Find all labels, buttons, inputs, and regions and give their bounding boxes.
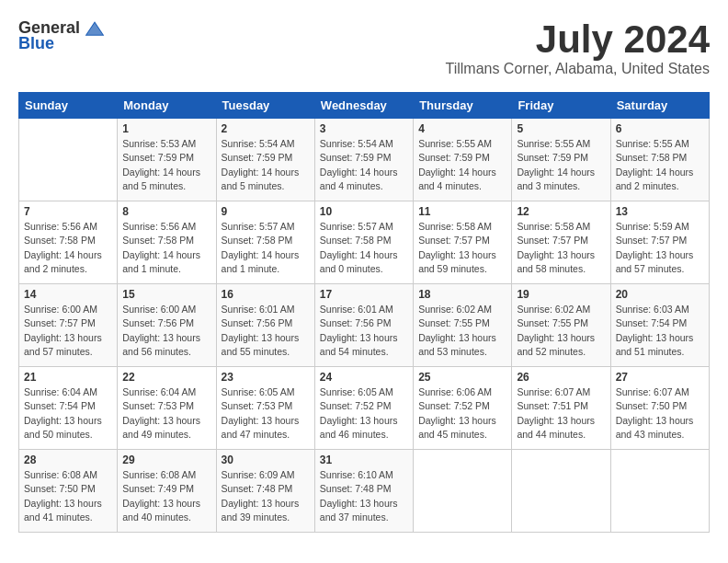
logo: General Blue: [18, 18, 108, 53]
day-info: Sunrise: 6:04 AM Sunset: 7:53 PM Dayligh…: [122, 385, 210, 442]
day-number: 9: [222, 205, 310, 218]
calendar-day-cell: 27Sunrise: 6:07 AM Sunset: 7:50 PM Dayli…: [610, 367, 709, 450]
day-number: 2: [222, 122, 310, 135]
day-number: 23: [222, 371, 310, 384]
day-info: Sunrise: 6:07 AM Sunset: 7:50 PM Dayligh…: [616, 385, 704, 442]
calendar-week-row: 7Sunrise: 5:56 AM Sunset: 7:58 PM Daylig…: [19, 201, 710, 284]
day-number: 27: [616, 371, 704, 384]
calendar-day-cell: 2Sunrise: 5:54 AM Sunset: 7:59 PM Daylig…: [216, 119, 314, 201]
calendar-day-cell: 23Sunrise: 6:05 AM Sunset: 7:53 PM Dayli…: [216, 367, 314, 450]
calendar-day-cell: 19Sunrise: 6:02 AM Sunset: 7:55 PM Dayli…: [512, 284, 610, 367]
calendar-day-cell: 26Sunrise: 6:07 AM Sunset: 7:51 PM Dayli…: [512, 367, 610, 450]
location-title: Tillmans Corner, Alabama, United States: [445, 61, 710, 77]
day-number: 29: [122, 454, 210, 466]
calendar-week-row: 28Sunrise: 6:08 AM Sunset: 7:50 PM Dayli…: [19, 450, 710, 533]
day-info: Sunrise: 5:54 AM Sunset: 7:59 PM Dayligh…: [222, 137, 310, 193]
day-number: 28: [24, 454, 112, 466]
svg-marker-1: [86, 23, 102, 35]
day-info: Sunrise: 6:05 AM Sunset: 7:52 PM Dayligh…: [320, 385, 408, 442]
day-info: Sunrise: 5:57 AM Sunset: 7:58 PM Dayligh…: [320, 220, 408, 276]
calendar-day-cell: 3Sunrise: 5:54 AM Sunset: 7:59 PM Daylig…: [314, 119, 413, 201]
day-number: 17: [320, 288, 408, 301]
day-info: Sunrise: 6:05 AM Sunset: 7:53 PM Dayligh…: [222, 385, 310, 442]
day-info: Sunrise: 6:01 AM Sunset: 7:56 PM Dayligh…: [320, 303, 408, 359]
day-info: Sunrise: 5:54 AM Sunset: 7:59 PM Dayligh…: [320, 137, 408, 193]
page-header: General Blue July 2024 Tillmans Corner, …: [18, 18, 710, 77]
day-info: Sunrise: 6:00 AM Sunset: 7:57 PM Dayligh…: [24, 303, 112, 359]
calendar-header-cell: Tuesday: [216, 93, 314, 119]
calendar-day-cell: [414, 450, 512, 533]
day-number: 13: [616, 205, 704, 218]
day-number: 10: [320, 205, 408, 218]
calendar-day-cell: 11Sunrise: 5:58 AM Sunset: 7:57 PM Dayli…: [414, 201, 512, 284]
calendar-day-cell: [19, 119, 118, 201]
calendar-day-cell: 21Sunrise: 6:04 AM Sunset: 7:54 PM Dayli…: [19, 367, 118, 450]
calendar-day-cell: 10Sunrise: 5:57 AM Sunset: 7:58 PM Dayli…: [314, 201, 413, 284]
day-info: Sunrise: 6:03 AM Sunset: 7:54 PM Dayligh…: [616, 303, 704, 359]
calendar-day-cell: 16Sunrise: 6:01 AM Sunset: 7:56 PM Dayli…: [216, 284, 314, 367]
day-info: Sunrise: 5:55 AM Sunset: 7:59 PM Dayligh…: [517, 137, 605, 193]
logo-icon: [84, 19, 106, 38]
day-info: Sunrise: 6:00 AM Sunset: 7:56 PM Dayligh…: [122, 303, 210, 359]
calendar-day-cell: 30Sunrise: 6:09 AM Sunset: 7:48 PM Dayli…: [216, 450, 314, 533]
calendar-header-cell: Saturday: [610, 93, 709, 119]
calendar-week-row: 1Sunrise: 5:53 AM Sunset: 7:59 PM Daylig…: [19, 119, 710, 201]
day-info: Sunrise: 5:58 AM Sunset: 7:57 PM Dayligh…: [517, 220, 605, 276]
day-number: 14: [24, 288, 112, 301]
calendar-day-cell: [512, 450, 610, 533]
day-number: 30: [222, 454, 310, 466]
day-number: 19: [517, 288, 605, 301]
day-info: Sunrise: 5:55 AM Sunset: 7:59 PM Dayligh…: [418, 137, 506, 193]
calendar-header-cell: Wednesday: [314, 93, 413, 119]
calendar-week-row: 21Sunrise: 6:04 AM Sunset: 7:54 PM Dayli…: [19, 367, 710, 450]
day-info: Sunrise: 6:02 AM Sunset: 7:55 PM Dayligh…: [517, 303, 605, 359]
calendar-day-cell: 29Sunrise: 6:08 AM Sunset: 7:49 PM Dayli…: [118, 450, 216, 533]
calendar-week-row: 14Sunrise: 6:00 AM Sunset: 7:57 PM Dayli…: [19, 284, 710, 367]
calendar-table: SundayMondayTuesdayWednesdayThursdayFrid…: [18, 92, 710, 533]
day-info: Sunrise: 5:53 AM Sunset: 7:59 PM Dayligh…: [122, 137, 210, 193]
calendar-header-cell: Monday: [118, 93, 216, 119]
day-info: Sunrise: 6:01 AM Sunset: 7:56 PM Dayligh…: [222, 303, 310, 359]
calendar-header-cell: Sunday: [19, 93, 118, 119]
day-info: Sunrise: 5:55 AM Sunset: 7:58 PM Dayligh…: [616, 137, 704, 193]
calendar-day-cell: 1Sunrise: 5:53 AM Sunset: 7:59 PM Daylig…: [118, 119, 216, 201]
calendar-day-cell: [610, 450, 709, 533]
day-info: Sunrise: 6:02 AM Sunset: 7:55 PM Dayligh…: [418, 303, 506, 359]
day-number: 6: [616, 122, 704, 135]
day-number: 25: [418, 371, 506, 384]
day-number: 31: [320, 454, 408, 466]
day-info: Sunrise: 6:06 AM Sunset: 7:52 PM Dayligh…: [418, 385, 506, 442]
title-block: July 2024 Tillmans Corner, Alabama, Unit…: [445, 18, 710, 77]
calendar-day-cell: 7Sunrise: 5:56 AM Sunset: 7:58 PM Daylig…: [19, 201, 118, 284]
day-number: 5: [517, 122, 605, 135]
calendar-day-cell: 6Sunrise: 5:55 AM Sunset: 7:58 PM Daylig…: [610, 119, 709, 201]
logo-blue: Blue: [18, 34, 54, 53]
day-info: Sunrise: 5:57 AM Sunset: 7:58 PM Dayligh…: [222, 220, 310, 276]
calendar-day-cell: 9Sunrise: 5:57 AM Sunset: 7:58 PM Daylig…: [216, 201, 314, 284]
day-info: Sunrise: 6:04 AM Sunset: 7:54 PM Dayligh…: [24, 385, 112, 442]
calendar-day-cell: 5Sunrise: 5:55 AM Sunset: 7:59 PM Daylig…: [512, 119, 610, 201]
calendar-day-cell: 17Sunrise: 6:01 AM Sunset: 7:56 PM Dayli…: [314, 284, 413, 367]
day-number: 3: [320, 122, 408, 135]
day-number: 1: [122, 122, 210, 135]
day-info: Sunrise: 5:56 AM Sunset: 7:58 PM Dayligh…: [24, 220, 112, 276]
day-number: 20: [616, 288, 704, 301]
day-number: 21: [24, 371, 112, 384]
day-number: 7: [24, 205, 112, 218]
calendar-day-cell: 4Sunrise: 5:55 AM Sunset: 7:59 PM Daylig…: [414, 119, 512, 201]
calendar-day-cell: 25Sunrise: 6:06 AM Sunset: 7:52 PM Dayli…: [414, 367, 512, 450]
day-info: Sunrise: 5:56 AM Sunset: 7:58 PM Dayligh…: [122, 220, 210, 276]
calendar-day-cell: 20Sunrise: 6:03 AM Sunset: 7:54 PM Dayli…: [610, 284, 709, 367]
calendar-header: SundayMondayTuesdayWednesdayThursdayFrid…: [19, 93, 710, 119]
calendar-day-cell: 22Sunrise: 6:04 AM Sunset: 7:53 PM Dayli…: [118, 367, 216, 450]
day-number: 11: [418, 205, 506, 218]
calendar-day-cell: 14Sunrise: 6:00 AM Sunset: 7:57 PM Dayli…: [19, 284, 118, 367]
day-info: Sunrise: 5:58 AM Sunset: 7:57 PM Dayligh…: [418, 220, 506, 276]
day-number: 22: [122, 371, 210, 384]
calendar-header-cell: Thursday: [414, 93, 512, 119]
day-number: 12: [517, 205, 605, 218]
day-number: 26: [517, 371, 605, 384]
calendar-header-cell: Friday: [512, 93, 610, 119]
day-info: Sunrise: 6:07 AM Sunset: 7:51 PM Dayligh…: [517, 385, 605, 442]
day-info: Sunrise: 6:10 AM Sunset: 7:48 PM Dayligh…: [320, 468, 408, 524]
